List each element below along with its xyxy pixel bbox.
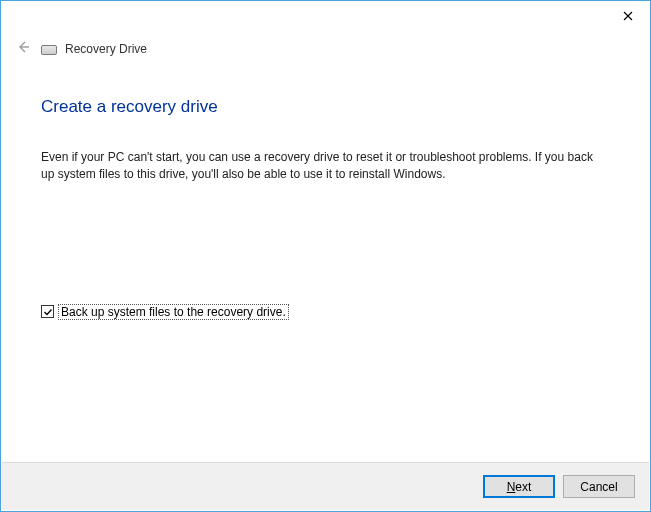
titlebar	[1, 1, 650, 31]
back-arrow-icon	[13, 39, 33, 59]
next-label-rest: ext	[515, 480, 531, 494]
drive-icon	[41, 45, 57, 55]
wizard-name: Recovery Drive	[65, 42, 147, 56]
page-description: Even if your PC can't start, you can use…	[41, 149, 601, 184]
header-row: Recovery Drive	[1, 31, 650, 59]
backup-checkbox[interactable]	[41, 305, 54, 318]
next-button[interactable]: Next	[483, 475, 555, 498]
footer: Next Cancel	[2, 462, 649, 510]
backup-checkbox-row[interactable]: Back up system files to the recovery dri…	[41, 304, 610, 320]
page-title: Create a recovery drive	[41, 97, 610, 117]
content-area: Create a recovery drive Even if your PC …	[1, 59, 650, 320]
close-icon	[623, 9, 633, 24]
close-button[interactable]	[605, 1, 650, 31]
backup-checkbox-label[interactable]: Back up system files to the recovery dri…	[58, 304, 289, 320]
next-mnemonic: N	[507, 480, 516, 494]
cancel-button[interactable]: Cancel	[563, 475, 635, 498]
